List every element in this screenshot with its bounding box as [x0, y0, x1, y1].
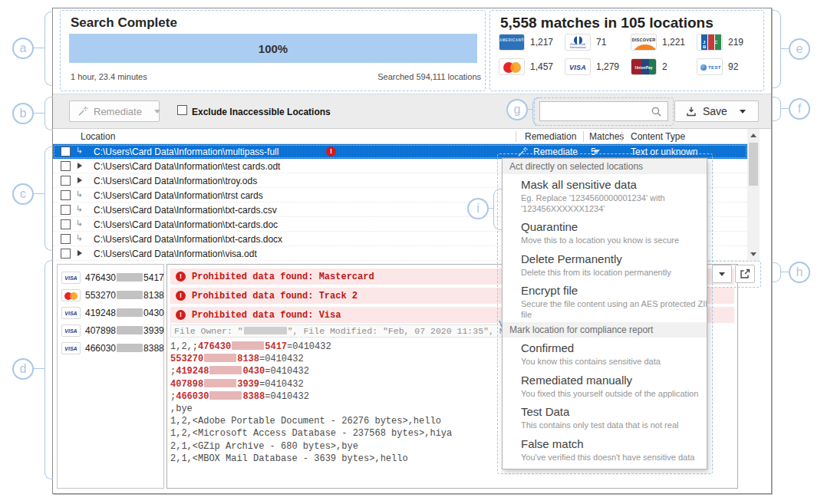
- unionpay-icon: [631, 58, 657, 75]
- brand-stat-test: 92: [697, 58, 763, 75]
- expand-icon[interactable]: [77, 163, 82, 169]
- menu-item-test-data[interactable]: Test DataThis contains only test data th…: [503, 401, 707, 433]
- chevron-down-icon: [154, 110, 160, 114]
- redacted-digits: [117, 326, 143, 334]
- card-number-row[interactable]: 4078983939: [61, 321, 163, 339]
- child-arrow-icon: ↳: [76, 146, 83, 156]
- row-content-type: Text or unknown: [631, 147, 697, 157]
- menu-item-desc: Delete this from its location permanentl…: [521, 268, 707, 278]
- redacted-digits: [117, 344, 143, 352]
- jcb-icon: [697, 34, 723, 51]
- visa-icon: [61, 342, 81, 354]
- menu-item-desc: Secure the file content using an AES pro…: [521, 299, 707, 310]
- scrollbar-thumb[interactable]: [749, 143, 758, 186]
- alert-icon: !: [326, 147, 336, 156]
- mastercard-icon: [61, 289, 81, 301]
- brand-stat-jcb: 219: [697, 34, 763, 51]
- callout-b-brace: [44, 97, 53, 130]
- menu-item-mask-all-sensitive-data[interactable]: Mask all sensitive dataEg. Replace '1234…: [503, 174, 707, 216]
- callout-g-brace: [532, 97, 541, 126]
- wand-icon: [517, 147, 528, 157]
- preview-dropdown-button[interactable]: [712, 265, 732, 283]
- callout-a-brace: [44, 12, 53, 86]
- redacted-owner: [244, 327, 287, 334]
- callout-e: e: [789, 38, 810, 60]
- screenshot-root: Search Complete 100% 1 hour, 23.4 minute…: [0, 0, 824, 504]
- row-checkbox[interactable]: [61, 234, 71, 244]
- scroll-down-icon[interactable]: [750, 252, 756, 256]
- menu-item-delete-permanently[interactable]: Delete PermanentlyDelete this from its l…: [503, 249, 707, 281]
- location-path: C:\Users\Card Data\Information\test card…: [94, 161, 280, 172]
- col-matches[interactable]: Matches: [589, 131, 624, 142]
- callout-f: f: [789, 98, 810, 120]
- menu-item-title: False match: [521, 438, 707, 450]
- card-number-row[interactable]: 4192480430: [61, 304, 163, 321]
- menu-item-confirmed[interactable]: ConfirmedYou know this contains sensitiv…: [503, 338, 707, 370]
- column-divider: [621, 131, 622, 142]
- column-divider: [516, 131, 516, 142]
- search-icon: [651, 106, 662, 117]
- brand-count: 92: [728, 61, 738, 72]
- row-remediate-button[interactable]: Remediate: [517, 144, 600, 159]
- redacted-digits: [232, 341, 264, 350]
- card-number-list: 4764305417553270813841924804304078983939…: [57, 264, 164, 489]
- col-remediation[interactable]: Remediation: [525, 131, 576, 142]
- card-number-row[interactable]: 5532708138: [61, 286, 163, 304]
- col-content-type[interactable]: Content Type: [631, 131, 685, 142]
- menu-item-desc: file: [521, 310, 707, 321]
- card-number-row[interactable]: 4660308388: [61, 339, 163, 357]
- brand-stat-mastercard: 1,457: [499, 58, 565, 75]
- redacted-digits: [209, 366, 242, 374]
- row-checkbox[interactable]: [61, 219, 71, 229]
- search-input[interactable]: [539, 101, 668, 121]
- remediate-menu: Act directly on selected locationsMask a…: [502, 158, 707, 469]
- menu-item-false-match[interactable]: False matchYou've verified this doesn't …: [503, 433, 707, 466]
- table-row[interactable]: ↳C:\Users\Card Data\Information\multipas…: [53, 144, 747, 159]
- menu-item-desc: You've verified this doesn't have sensit…: [521, 453, 707, 463]
- menu-item-title: Confirmed: [521, 342, 707, 354]
- menu-item-title: Mask all sensitive data: [521, 179, 707, 191]
- menu-item-title: Remediated manually: [521, 374, 707, 387]
- searched-count: Searched 594,111 locations: [377, 72, 481, 81]
- chevron-down-icon: [740, 110, 746, 114]
- scroll-up-icon[interactable]: [750, 133, 756, 137]
- save-button[interactable]: Save: [674, 100, 759, 122]
- alert-icon: !: [176, 310, 186, 320]
- redacted-digits: [204, 379, 236, 387]
- row-checkbox[interactable]: [61, 205, 71, 215]
- remediate-button[interactable]: Remediate: [69, 100, 160, 122]
- row-checkbox[interactable]: [61, 249, 71, 259]
- callout-h: h: [789, 262, 810, 283]
- expand-icon[interactable]: [77, 177, 82, 183]
- brand-count: 1,279: [596, 61, 619, 72]
- callout-h-tick: [780, 272, 789, 272]
- callout-d-brace: [44, 260, 53, 479]
- callout-g: g: [506, 99, 528, 120]
- card-number-row[interactable]: 4764305417: [61, 268, 163, 286]
- card-number-match: 4078983939: [170, 379, 259, 390]
- progress-percent: 100%: [259, 42, 288, 55]
- row-checkbox[interactable]: [61, 190, 71, 200]
- menu-item-remediated-manually[interactable]: Remediated manuallyYou fixed this yourse…: [503, 370, 707, 402]
- popout-button[interactable]: [735, 265, 755, 283]
- card-number-match: 5532708138: [170, 354, 259, 364]
- child-arrow-icon: ↳: [76, 233, 83, 243]
- row-checkbox[interactable]: [61, 161, 71, 171]
- card-number: 5532708138: [85, 290, 164, 301]
- expand-icon[interactable]: [77, 250, 82, 256]
- menu-item-desc: You know this contains sensitive data: [521, 357, 707, 367]
- row-remediate-label: Remediate: [533, 147, 578, 157]
- row-checkbox[interactable]: [61, 147, 71, 156]
- row-checkbox[interactable]: [61, 176, 71, 186]
- menu-item-encrypt-file[interactable]: Encrypt fileSecure the file content usin…: [503, 280, 707, 322]
- table-scrollbar[interactable]: [747, 129, 760, 261]
- menu-item-quarantine[interactable]: QuarantineMove this to a location you kn…: [503, 216, 707, 249]
- location-path: C:\Users\Card Data\Information\txt-cards…: [94, 234, 282, 245]
- preview-toolbar: [712, 265, 755, 283]
- visa-icon: [565, 58, 591, 75]
- brand-count: 2: [662, 61, 667, 72]
- test-icon: [697, 58, 723, 75]
- col-location[interactable]: Location: [81, 131, 115, 142]
- exclude-checkbox[interactable]: [177, 105, 187, 115]
- table-header: Location Remediation Matches Content Typ…: [53, 129, 747, 144]
